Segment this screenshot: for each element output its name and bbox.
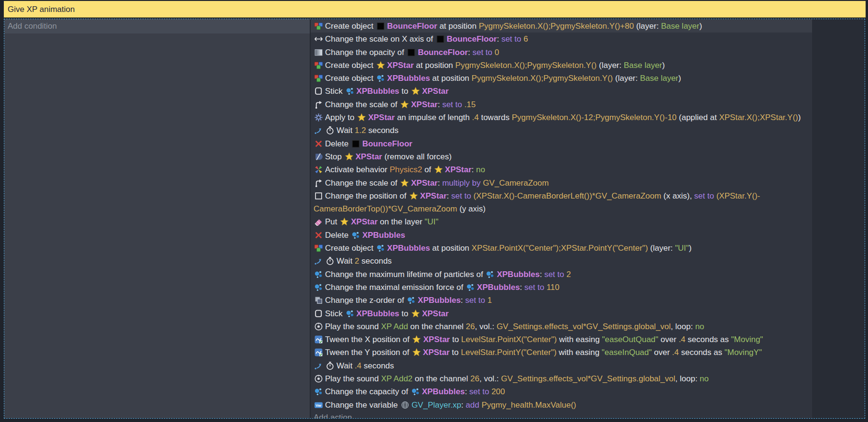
action-text: XPStar <box>368 113 395 122</box>
action-text: at position <box>437 22 479 31</box>
action-row[interactable]: Wait .4 seconds <box>311 359 812 372</box>
action-row[interactable]: Apply to XPStar an impulse of length .4 … <box>311 111 812 124</box>
action-text: on the channel <box>412 374 470 383</box>
particles-icon <box>314 283 323 292</box>
comment-bar[interactable]: Give XP animation <box>4 1 866 18</box>
action-text: 200 <box>489 387 505 396</box>
action-text: set to <box>524 283 544 292</box>
action-row[interactable]: Change the scale of XPStar: set to .15 <box>311 98 812 111</box>
action-text: to <box>450 335 461 344</box>
particles-icon <box>376 244 385 253</box>
action-text: set to <box>469 387 489 396</box>
action-text: .4 <box>679 335 685 344</box>
action-text: set to <box>442 100 462 109</box>
action-text: : <box>447 191 451 200</box>
action-text: (XPStar.X()-CameraBorderLeft())*GV_Camer… <box>471 191 662 200</box>
action-text: set to <box>465 296 485 305</box>
action-text: Pygmy_health.MaxValue() <box>479 400 576 410</box>
action-text: XPStar <box>411 178 438 188</box>
action-text: XPStar.X();XPStar.Y() <box>719 113 798 122</box>
action-text: to <box>450 348 461 357</box>
actions-list: Create object BounceFloor at position Py… <box>311 20 812 411</box>
action-row[interactable]: Delete XPBubbles <box>311 229 812 242</box>
scale-x-icon <box>314 34 323 44</box>
action-text: set to <box>694 191 714 200</box>
black-square-icon <box>351 139 360 148</box>
globe-icon <box>401 400 410 410</box>
action-text: : <box>540 270 544 279</box>
audio-icon <box>314 322 323 331</box>
action-row[interactable]: Change the scale on X axis of BounceFloo… <box>311 33 812 45</box>
action-row[interactable]: Change the maximum lifetime of particles… <box>311 268 812 281</box>
action-text: set to <box>451 191 471 200</box>
action-row[interactable]: Stick XPBubbles to XPStar <box>311 307 812 320</box>
action-text: Base layer <box>661 22 699 31</box>
action-text: on the channel <box>408 322 466 331</box>
action-text: "UI" <box>675 244 689 253</box>
action-row[interactable]: Play the sound XP Add on the channel 26,… <box>311 320 812 333</box>
action-text: BounceFloor <box>387 22 437 31</box>
action-text: XPBubbles <box>497 270 540 279</box>
action-text: .4 <box>472 113 479 122</box>
particles-icon <box>411 387 420 396</box>
action-row[interactable]: Stick XPBubbles to XPStar <box>311 85 812 98</box>
action-row[interactable]: Delete BounceFloor <box>311 137 812 150</box>
action-text: XPStar <box>387 61 414 70</box>
action-text: (layer: <box>634 22 661 31</box>
action-row[interactable]: Tween the Y position of XPStar to LevelS… <box>311 346 812 359</box>
particles-icon <box>314 270 323 279</box>
action-text: with easing <box>557 335 602 344</box>
action-row[interactable]: VarChange the variable GV_Player.xp: add… <box>311 399 812 411</box>
behavior-icon <box>314 165 323 174</box>
star-icon <box>412 335 421 344</box>
action-text: : <box>497 34 501 44</box>
action-text: (x axis), <box>661 191 694 200</box>
action-row[interactable]: Stop XPStar (remove all forces) <box>311 150 812 163</box>
action-row[interactable]: Change the scale of XPStar: multiply by … <box>311 177 812 189</box>
action-text: ) <box>678 74 681 83</box>
action-row[interactable]: Put XPStar on the layer "UI" <box>311 215 812 228</box>
pin-icon <box>314 309 323 318</box>
delete-icon <box>314 231 323 240</box>
action-row[interactable]: Create object XPBubbles at position XPSt… <box>311 242 812 255</box>
action-row[interactable]: Create object XPBubbles at position Pygm… <box>311 72 812 85</box>
action-row[interactable]: Change the maximal emission force of XPB… <box>311 281 812 294</box>
action-text: 1.2 <box>355 126 366 135</box>
tween-icon <box>314 348 323 357</box>
action-text: Change the capacity of <box>325 387 411 396</box>
action-row[interactable]: Create object XPStar at position PygmySk… <box>311 59 812 72</box>
action-text: Stop <box>325 152 344 161</box>
action-text: to <box>399 309 411 318</box>
zorder-icon <box>314 296 323 305</box>
position-icon <box>314 191 323 200</box>
add-condition-button[interactable]: Add condition <box>4 19 310 33</box>
action-text: ) <box>689 244 692 253</box>
action-row[interactable]: Activate behavior Physics2 of XPStar: no <box>311 163 812 176</box>
action-row[interactable]: Change the position of XPStar: set to (X… <box>311 189 812 216</box>
create-object-icon <box>314 22 323 31</box>
particles-icon <box>486 270 495 279</box>
action-row[interactable]: Change the opacity of BounceFloor: set t… <box>311 46 812 59</box>
action-text: at position <box>430 244 472 253</box>
action-row[interactable]: Create object BounceFloor at position Py… <box>311 20 812 33</box>
star-icon <box>411 309 420 318</box>
create-object-icon <box>314 61 323 70</box>
action-row[interactable]: Change the capacity of XPBubbles: set to… <box>311 385 812 398</box>
add-action-button[interactable]: Add action <box>311 411 812 418</box>
action-text: : <box>465 387 469 396</box>
action-row[interactable]: Tween the X position of XPStar to LevelS… <box>311 333 812 346</box>
action-row[interactable]: Wait 1.2 seconds <box>311 124 812 137</box>
black-square-icon <box>436 34 445 44</box>
action-text: Change the variable <box>325 400 400 410</box>
action-text: LevelStar.PointY("Center") <box>461 348 556 357</box>
event-block[interactable]: Add condition Create object BounceFloor … <box>4 19 865 419</box>
action-row[interactable]: Wait 2 seconds <box>311 255 812 267</box>
physics-icon <box>314 113 323 122</box>
action-text: seconds <box>366 126 399 135</box>
action-row[interactable]: Play the sound XP Add2 on the channel 26… <box>311 372 812 385</box>
action-row[interactable]: Change the z-order of XPBubbles: set to … <box>311 294 812 307</box>
black-square-icon <box>407 48 416 57</box>
action-text: no <box>695 322 704 331</box>
action-text: 26 <box>466 322 475 331</box>
stopwatch-icon <box>326 126 335 135</box>
